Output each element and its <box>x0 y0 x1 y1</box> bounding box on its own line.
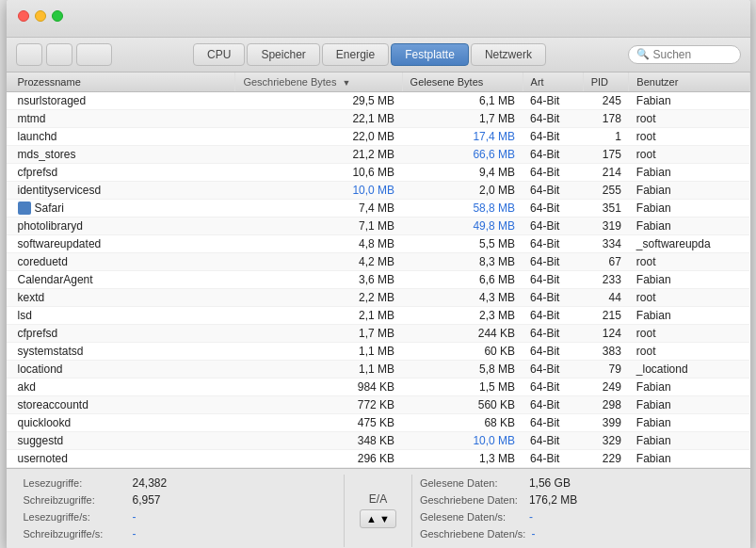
cell-prozessname: launchd <box>7 128 235 145</box>
table-container: Prozessname Geschriebene Bytes ▼ Gelesen… <box>7 73 750 468</box>
cell-benutzer: Fabian <box>629 306 749 324</box>
cell-prozessname: coreduetd <box>7 253 235 270</box>
stat-label: Schreibzugriffe: <box>24 494 127 506</box>
table-row[interactable]: Safari7,4 MB58,8 MB64-Bit351Fabian <box>7 199 750 217</box>
stat-row: Schreibzugriffe/s:- <box>24 527 337 540</box>
back-button[interactable] <box>16 43 42 66</box>
io-label: E/A <box>369 492 387 506</box>
table-row[interactable]: akd984 KB1,5 MB64-Bit249Fabian <box>7 378 750 395</box>
cell-prozessname: Safari <box>7 200 235 217</box>
tab-speicher[interactable]: Speicher <box>247 43 319 66</box>
stats-right: Gelesene Daten:1,56 GBGeschriebene Daten… <box>412 475 741 547</box>
cell-prozessname: mds_stores <box>7 146 235 163</box>
col-pid[interactable]: PID <box>583 73 629 92</box>
cell-benutzer: Fabian <box>629 163 749 181</box>
cell-pid: 124 <box>583 324 629 342</box>
cell-art: 64-Bit <box>523 199 583 217</box>
cell-art: 64-Bit <box>523 360 583 378</box>
cell-benutzer: Fabian <box>629 181 749 199</box>
cell-geschrieben: 1,7 MB <box>235 324 402 342</box>
table-row[interactable]: locationd1,1 MB5,8 MB64-Bit79_locationd <box>7 360 750 378</box>
cell-pid: 175 <box>583 145 629 163</box>
stats-mid: E/A ▲ ▼ <box>344 475 412 547</box>
traffic-lights <box>18 10 63 22</box>
cell-prozessname: cfprefsd <box>7 164 235 181</box>
col-benutzer[interactable]: Benutzer <box>629 73 749 92</box>
table-row[interactable]: storeaccountd772 KB560 KB64-Bit298Fabian <box>7 395 750 413</box>
col-prozessname[interactable]: Prozessname <box>7 73 235 92</box>
cell-benutzer: Fabian <box>629 395 749 413</box>
tab-cpu[interactable]: CPU <box>193 43 245 66</box>
table-row[interactable]: coreduetd4,2 MB8,3 MB64-Bit67root <box>7 252 750 270</box>
stat-label: Gelesene Daten: <box>420 477 523 489</box>
cell-prozessname: storeaccountd <box>7 396 235 413</box>
cell-benutzer: _softwareupda <box>629 234 749 252</box>
table-row[interactable]: quicklookd475 KB68 KB64-Bit399Fabian <box>7 413 750 431</box>
table-row[interactable]: photolibraryd7,1 MB49,8 MB64-Bit319Fabia… <box>7 217 750 234</box>
app-icon <box>18 201 31 215</box>
gear-button[interactable] <box>76 43 112 66</box>
cell-benutzer: root <box>629 127 749 145</box>
close-button[interactable] <box>18 10 29 22</box>
cell-benutzer: Fabian <box>629 270 749 288</box>
table-row[interactable]: launchd22,0 MB17,4 MB64-Bit1root <box>7 127 750 145</box>
table-row[interactable]: CalendarAgent3,6 MB6,6 MB64-Bit233Fabian <box>7 270 750 288</box>
stat-row: Gelesene Daten/s:- <box>420 510 733 524</box>
cell-gelesen: 8,3 MB <box>402 252 523 270</box>
table-row[interactable]: usernoted296 KB1,3 MB64-Bit229Fabian <box>7 449 750 467</box>
maximize-button[interactable] <box>52 10 63 22</box>
table-row[interactable]: lsd2,1 MB2,3 MB64-Bit215Fabian <box>7 306 750 324</box>
cell-benutzer: root <box>629 145 749 163</box>
table-row[interactable]: kextd2,2 MB4,3 MB64-Bit44root <box>7 288 750 306</box>
col-art[interactable]: Art <box>523 73 583 92</box>
info-button[interactable] <box>46 43 72 66</box>
tab-bar: CPU Speicher Energie Festplatte Netzwerk <box>120 43 620 66</box>
col-geschrieben[interactable]: Geschriebene Bytes ▼ <box>235 73 402 92</box>
table-row[interactable]: systemstatsd1,1 MB60 KB64-Bit383root <box>7 342 750 360</box>
cell-prozessname: lsd <box>7 307 235 324</box>
table-row[interactable]: identityservicesd10,0 MB2,0 MB64-Bit255F… <box>7 181 750 199</box>
cell-benutzer: Fabian <box>629 449 749 467</box>
table-row[interactable]: mtmd22,1 MB1,7 MB64-Bit178root <box>7 109 750 127</box>
table-row[interactable]: cfprefsd10,6 MB9,4 MB64-Bit214Fabian <box>7 163 750 181</box>
tab-netzwerk[interactable]: Netzwerk <box>471 43 546 66</box>
table-row[interactable]: softwareupdated4,8 MB5,5 MB64-Bit334_sof… <box>7 234 750 252</box>
cell-gelesen: 6,1 MB <box>402 91 523 109</box>
titlebar <box>7 0 750 38</box>
table-row[interactable]: mds_stores21,2 MB66,6 MB64-Bit175root <box>7 145 750 163</box>
minimize-button[interactable] <box>35 10 46 22</box>
cell-art: 64-Bit <box>523 145 583 163</box>
main-window: CPU Speicher Energie Festplatte Netzwerk… <box>7 0 750 548</box>
cell-art: 64-Bit <box>523 378 583 395</box>
search-box[interactable]: 🔍 <box>628 45 741 64</box>
stat-value: - <box>133 527 137 540</box>
cell-prozessname: cfprefsd <box>7 325 235 342</box>
cell-pid: 233 <box>583 270 629 288</box>
cell-pid: 298 <box>583 395 629 413</box>
stat-value: - <box>529 510 533 524</box>
col-gelesen[interactable]: Gelesene Bytes <box>402 73 523 92</box>
cell-geschrieben: 2,2 MB <box>235 288 402 306</box>
process-table: Prozessname Geschriebene Bytes ▼ Gelesen… <box>7 73 750 468</box>
tab-energie[interactable]: Energie <box>322 43 389 66</box>
down-arrow-icon: ▼ <box>379 513 390 524</box>
cell-benutzer: Fabian <box>629 431 749 449</box>
cell-pid: 67 <box>583 252 629 270</box>
search-input[interactable] <box>653 48 729 61</box>
tab-festplatte[interactable]: Festplatte <box>391 43 469 66</box>
cell-geschrieben: 4,8 MB <box>235 234 402 252</box>
cell-pid: 245 <box>583 91 629 109</box>
cell-art: 64-Bit <box>523 109 583 127</box>
cell-prozessname: quicklookd <box>7 414 235 431</box>
cell-art: 64-Bit <box>523 449 583 467</box>
cell-geschrieben: 22,1 MB <box>235 109 402 127</box>
stat-row: Schreibzugriffe:6,957 <box>24 493 337 507</box>
table-row[interactable]: suggestd348 KB10,0 MB64-Bit329Fabian <box>7 431 750 449</box>
cell-geschrieben: 21,2 MB <box>235 145 402 163</box>
io-button[interactable]: ▲ ▼ <box>360 509 396 528</box>
table-row[interactable]: cfprefsd1,7 MB244 KB64-Bit124root <box>7 324 750 342</box>
table-row[interactable]: nsurlstoraged29,5 MB6,1 MB64-Bit245Fabia… <box>7 91 750 109</box>
cell-geschrieben: 1,1 MB <box>235 342 402 360</box>
cell-benutzer: Fabian <box>629 217 749 234</box>
cell-geschrieben: 475 KB <box>235 413 402 431</box>
